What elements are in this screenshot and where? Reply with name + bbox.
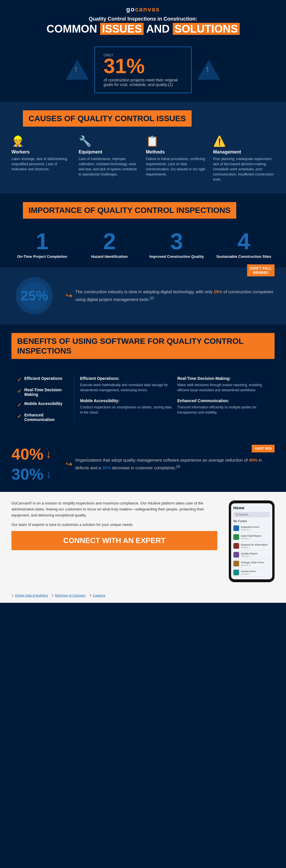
- benefits-details-left: Efficient Operations: Execute work metho…: [80, 376, 172, 422]
- importance-title: IMPORTANCE OF QUALITY CONTROL INSPECTION…: [29, 206, 230, 215]
- roi-numbers: 40% ↓ 30% ↓: [11, 445, 57, 483]
- ref-2: 2. McKinsey & Company: [52, 594, 86, 597]
- benefits-section: BENEFITS OF USING SOFTWARE FOR QUALITY C…: [0, 324, 286, 436]
- title-and: AND: [144, 23, 173, 35]
- phone-form-daily: Daily Field Report Version 2: [233, 533, 270, 541]
- cause-item-management: ⚠️ Management Poor planning, inadequate …: [213, 135, 275, 182]
- form-name-3: Request for Information: [241, 543, 268, 546]
- benefit-detail-mobile: Mobile Accessibility: Conduct inspection…: [80, 398, 172, 415]
- benefit-detail-text-efficient: Execute work methodically and centralize…: [80, 382, 172, 393]
- equipment-text: Lack of maintenance, improper calibratio…: [79, 156, 140, 177]
- phone-home-title: Home: [233, 505, 270, 510]
- management-title: Management: [213, 150, 275, 155]
- benefit-detail-realtime: Real-Time Decision-Making: Make swift de…: [177, 376, 269, 393]
- benefit-detail-title-mobile: Mobile Accessibility:: [80, 398, 172, 403]
- phone-screen: Home Q Search... My Forms Inspection For…: [231, 503, 272, 579]
- importance-label-4: Sustainable Construction Sites: [213, 254, 275, 259]
- benefits-checklist: ✓ Efficient Operations ✓ Real-Time Decis…: [17, 376, 74, 422]
- digital-percent-number: 25%: [21, 288, 48, 304]
- check-icon-communication: ✓: [17, 413, 22, 420]
- roi-30-text: 30%: [11, 465, 44, 483]
- importance-section-header: IMPORTANCE OF QUALITY CONTROL INSPECTION…: [23, 202, 236, 219]
- importance-label-3: Improved Construction Quality: [146, 254, 207, 259]
- importance-num-4: 4: [213, 230, 275, 253]
- benefit-detail-text-mobile: Conduct inspections on smartphones or ta…: [80, 405, 172, 415]
- phone-form-inspection: Inspection Form Version 2: [233, 524, 270, 533]
- ref-3: 3. Capterra: [89, 594, 105, 597]
- workers-text: Labor shortage, lack of skills/training,…: [11, 156, 73, 172]
- cause-item-equipment: 🔧 Equipment Lack of maintenance, imprope…: [79, 135, 140, 182]
- importance-item-3: 3 Improved Construction Quality: [146, 230, 207, 259]
- importance-num-2: 2: [79, 230, 140, 253]
- phone-form-icon-6: [233, 569, 239, 575]
- stat-percent: %: [126, 55, 145, 78]
- benefit-label-efficient: Efficient Operations: [24, 376, 62, 381]
- form-version-5: Version 4: [241, 564, 264, 566]
- roi-40-text: 40%: [11, 445, 44, 463]
- form-name-1: Inspection Form: [241, 526, 259, 528]
- benefits-section-header: BENEFITS OF USING SOFTWARE FOR QUALITY C…: [11, 333, 275, 359]
- management-icon: ⚠️: [213, 135, 275, 147]
- benefit-label-realtime: Real-Time Decision-Making: [24, 388, 68, 397]
- arrow-down-30: ↓: [46, 468, 52, 480]
- connect-button[interactable]: CONNECT WITH AN EXPERT: [11, 531, 217, 550]
- importance-label-2: Hazard Identification: [79, 254, 140, 259]
- phone-form-change: Change Order Form Version 4: [233, 559, 270, 568]
- check-icon-efficient: ✓: [17, 377, 22, 383]
- benefit-detail-title-efficient: Efficient Operations:: [80, 376, 172, 381]
- benefit-detail-title-realtime: Real-Time Decision-Making:: [177, 376, 269, 381]
- benefit-detail-text-communication: Transmit information efficiently to mult…: [177, 405, 269, 415]
- footer-para1: GoCanvas® is on a mission to simplify in…: [11, 500, 217, 518]
- footer-section: GoCanvas® is on a mission to simplify in…: [0, 492, 286, 591]
- importance-item-2: 2 Hazard Identification: [79, 230, 140, 259]
- importance-label-1: On-Time Project Completion: [11, 254, 73, 259]
- logo: gocanvas: [11, 6, 275, 13]
- importance-item-1: 1 On-Time Project Completion: [11, 230, 73, 259]
- form-name-2: Daily Field Report: [241, 534, 261, 537]
- importance-num-3: 3: [146, 230, 207, 253]
- phone-form-icon-1: [233, 525, 239, 531]
- footer-para2: Our team of experts is here to customize…: [11, 522, 217, 528]
- fast-roi-callout: FAST ROI: [252, 445, 275, 453]
- roi-highlight-30: 30%: [102, 465, 111, 470]
- benefits-details-right: Real-Time Decision-Making: Make swift de…: [177, 376, 269, 422]
- stat-section: ONLY 31% of construction projects meet t…: [0, 38, 286, 102]
- stat-digits: 31: [104, 55, 126, 78]
- form-version-3: Version 1: [241, 546, 268, 549]
- stat-box: ONLY 31% of construction projects meet t…: [94, 46, 192, 93]
- benefit-label-communication: Enhanced Communication: [24, 413, 68, 422]
- workers-icon: 👷: [11, 135, 73, 147]
- phone-form-icon-4: [233, 552, 239, 558]
- ref-link-1[interactable]: Dodge Data & Analytics: [15, 594, 48, 597]
- benefit-detail-title-communication: Enhanced Communication:: [177, 398, 269, 403]
- ref-link-3[interactable]: Capterra: [93, 594, 105, 597]
- header-subtitle: Quality Control Inspections in Construct…: [11, 16, 275, 22]
- phone-form-icon-3: [233, 543, 239, 549]
- check-icon-mobile: ✓: [17, 402, 22, 408]
- form-version-1: Version 2: [241, 528, 259, 531]
- management-text: Poor planning, inadequate supervision, l…: [213, 156, 275, 182]
- phone-form-invoice: Invoice Form Version 4: [233, 568, 270, 577]
- form-version-6: Version 4: [241, 573, 256, 575]
- ref-link-2[interactable]: McKinsey & Company: [55, 594, 86, 597]
- phone-form-icon-5: [233, 561, 239, 566]
- digital-text: The construction industry is slow in ado…: [75, 288, 275, 303]
- causes-title: CAUSES OF QUALITY CONTROL ISSUES: [29, 114, 186, 123]
- roi-30-block: 30% ↓: [11, 465, 57, 483]
- benefit-check-efficient: ✓ Efficient Operations: [17, 376, 68, 383]
- roi-40-block: 40% ↓: [11, 445, 57, 463]
- benefit-detail-text-realtime: Make swift decisions through instant rep…: [177, 382, 269, 393]
- logo-canvas: canvas: [135, 6, 160, 13]
- form-name-6: Invoice Form: [241, 570, 256, 573]
- importance-item-4: 4 Sustainable Construction Sites: [213, 230, 275, 259]
- form-version-2: Version 2: [241, 537, 261, 540]
- footer-text-block: GoCanvas® is on a mission to simplify in…: [11, 500, 217, 582]
- benefit-label-mobile: Mobile Accessibility: [24, 401, 62, 406]
- methods-title: Methods: [146, 150, 207, 155]
- benefit-check-realtime: ✓ Real-Time Decision-Making: [17, 388, 68, 397]
- phone-search: Q Search...: [233, 512, 270, 517]
- warning-triangle-right: [197, 60, 220, 80]
- causes-section-header: CAUSES OF QUALITY CONTROL ISSUES: [23, 110, 192, 127]
- importance-grid: 1 On-Time Project Completion 2 Hazard Id…: [11, 230, 275, 259]
- curved-arrow-icon: ↩: [66, 291, 73, 300]
